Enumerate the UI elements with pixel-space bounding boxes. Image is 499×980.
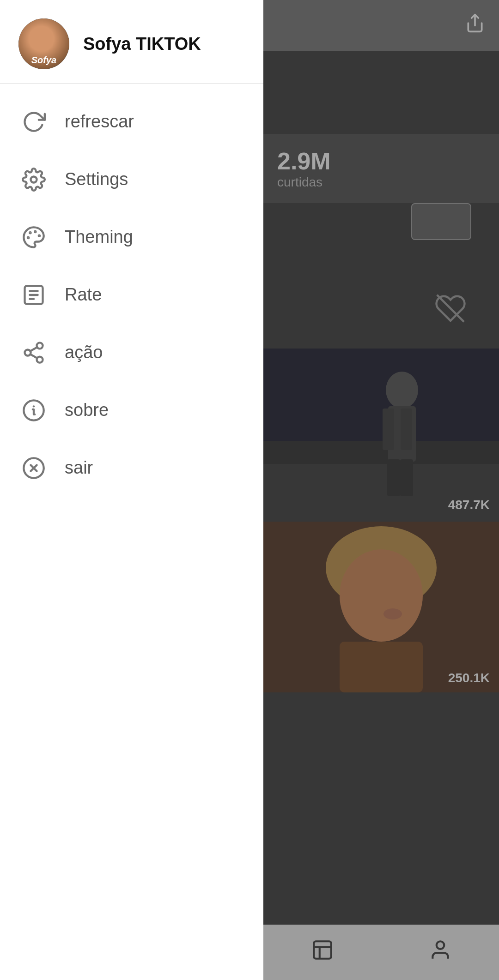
menu-label-rate: Rate bbox=[65, 285, 102, 305]
svg-line-32 bbox=[30, 354, 37, 358]
svg-point-23 bbox=[30, 232, 30, 233]
svg-line-33 bbox=[30, 347, 37, 351]
close-circle-icon bbox=[18, 453, 49, 483]
menu-label-logout: sair bbox=[65, 458, 93, 478]
menu-label-theming: Theming bbox=[65, 227, 133, 247]
avatar: Sofya bbox=[18, 18, 69, 69]
svg-point-24 bbox=[28, 237, 29, 238]
menu-item-refresh[interactable]: refrescar bbox=[0, 93, 263, 150]
palette-icon bbox=[18, 222, 49, 252]
menu-item-theming[interactable]: Theming bbox=[0, 208, 263, 266]
svg-point-21 bbox=[35, 231, 36, 232]
navigation-drawer: Sofya Sofya TIKTOK refrescar Setti bbox=[0, 0, 263, 980]
drawer-scrim[interactable] bbox=[263, 0, 499, 980]
share-menu-icon bbox=[18, 337, 49, 367]
menu-item-settings[interactable]: Settings bbox=[0, 150, 263, 208]
avatar-text: Sofya bbox=[31, 55, 56, 66]
menu-label-refresh: refrescar bbox=[65, 112, 134, 132]
menu-item-about[interactable]: sobre bbox=[0, 381, 263, 439]
menu-item-rate[interactable]: Rate bbox=[0, 266, 263, 324]
menu-item-share[interactable]: ação bbox=[0, 324, 263, 381]
info-icon bbox=[18, 395, 49, 425]
svg-point-20 bbox=[30, 176, 37, 182]
drawer-title: Sofya TIKTOK bbox=[83, 34, 201, 54]
menu-label-about: sobre bbox=[65, 400, 109, 420]
menu-label-share: ação bbox=[65, 343, 103, 362]
refresh-icon bbox=[18, 107, 49, 137]
rate-icon bbox=[18, 280, 49, 310]
drawer-menu: refrescar Settings bbox=[0, 84, 263, 980]
svg-point-22 bbox=[38, 235, 39, 236]
settings-icon bbox=[18, 164, 49, 194]
menu-item-logout[interactable]: sair bbox=[0, 439, 263, 497]
drawer-header: Sofya Sofya TIKTOK bbox=[0, 0, 263, 84]
menu-label-settings: Settings bbox=[65, 169, 128, 189]
